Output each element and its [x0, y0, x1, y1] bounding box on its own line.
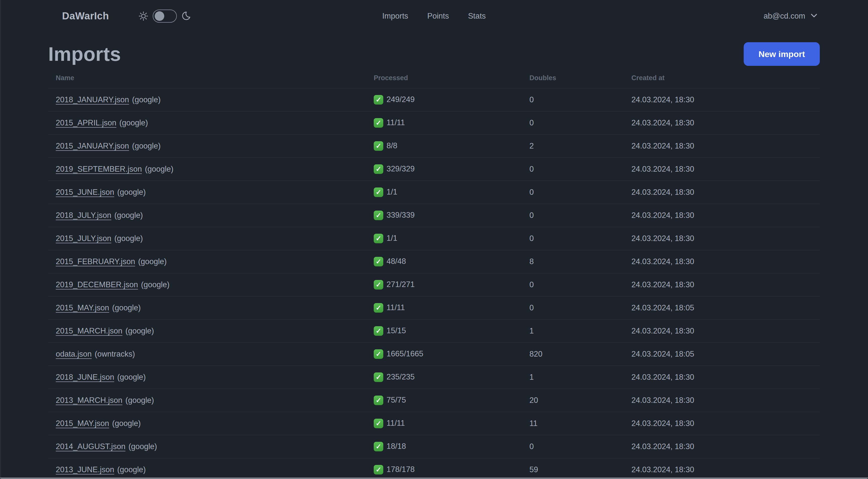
cell-processed: 11/11 [366, 412, 522, 435]
nav-link-imports[interactable]: Imports [382, 11, 408, 21]
cell-processed: 18/18 [366, 435, 522, 458]
table-row: 2014_AUGUST.json(google) 18/18 0 24.03.2… [48, 435, 820, 458]
import-file-link[interactable]: 2015_JULY.json [56, 234, 111, 243]
import-file-link[interactable]: 2015_MAY.json [56, 419, 109, 428]
check-icon [374, 465, 383, 475]
doubles-count: 1 [529, 326, 534, 335]
import-file-link[interactable]: 2015_FEBRUARY.json [56, 257, 135, 266]
check-icon [374, 349, 383, 359]
table-row: 2018_JULY.json(google) 339/339 0 24.03.2… [48, 204, 820, 227]
doubles-count: 0 [529, 303, 534, 312]
import-file-link[interactable]: 2019_DECEMBER.json [56, 280, 138, 289]
cell-doubles: 20 [522, 389, 624, 412]
theme-toggle-group [138, 9, 191, 23]
cell-name: 2015_APRIL.json(google) [48, 111, 366, 134]
cell-processed: 8/8 [366, 134, 522, 157]
cell-created-at: 24.03.2024, 18:30 [624, 458, 820, 479]
column-header-name: Name [48, 67, 366, 88]
table-row: 2015_MAY.json(google) 11/11 11 24.03.202… [48, 412, 820, 435]
import-file-link[interactable]: 2014_AUGUST.json [56, 442, 125, 451]
cell-created-at: 24.03.2024, 18:30 [624, 227, 820, 250]
user-menu[interactable]: ab@cd.com [764, 11, 818, 21]
import-file-link[interactable]: 2013_JUNE.json [56, 465, 114, 474]
check-icon [374, 372, 383, 382]
table-row: 2018_JUNE.json(google) 235/235 1 24.03.2… [48, 366, 820, 389]
cell-doubles: 820 [522, 342, 624, 366]
table-header-row: Name Processed Doubles Created at [48, 67, 820, 88]
processed-count: 178/178 [386, 465, 415, 474]
cell-processed: 178/178 [366, 458, 522, 479]
import-source: (google) [138, 257, 167, 266]
import-source: (google) [114, 234, 143, 243]
check-icon [374, 141, 383, 151]
window-bottom-edge [0, 478, 868, 479]
import-source: (google) [141, 280, 169, 289]
processed-count: 11/11 [386, 118, 405, 127]
cell-name: 2018_JULY.json(google) [48, 204, 366, 227]
processed-count: 271/271 [386, 280, 415, 289]
nav-link-points[interactable]: Points [427, 11, 449, 21]
import-file-link[interactable]: 2015_JANUARY.json [56, 142, 129, 150]
processed-count: 8/8 [386, 141, 397, 150]
import-file-link[interactable]: 2018_JUNE.json [56, 373, 114, 382]
import-file-link[interactable]: 2015_MAY.json [56, 303, 109, 312]
navbar: DaWarIch Imports Points [0, 0, 868, 32]
import-file-link[interactable]: 2018_JULY.json [56, 211, 111, 220]
page-title: Imports [48, 43, 121, 66]
page-header: Imports New import [48, 41, 820, 67]
cell-name: odata.json(owntracks) [48, 342, 366, 366]
nav-link-stats[interactable]: Stats [468, 11, 486, 21]
cell-created-at: 24.03.2024, 18:30 [624, 157, 820, 181]
processed-count: 75/75 [386, 395, 406, 405]
created-at-value: 24.03.2024, 18:05 [631, 303, 694, 312]
app-logo[interactable]: DaWarIch [62, 10, 109, 22]
sun-icon [138, 11, 149, 21]
import-source: (google) [125, 326, 154, 335]
check-icon [374, 234, 383, 243]
cell-name: 2018_JANUARY.json(google) [48, 88, 366, 111]
check-icon [374, 442, 383, 451]
import-source: (google) [117, 465, 146, 474]
import-source: (google) [112, 419, 141, 428]
cell-created-at: 24.03.2024, 18:30 [624, 111, 820, 134]
table-row: 2015_JULY.json(google) 1/1 0 24.03.2024,… [48, 227, 820, 250]
import-file-link[interactable]: 2015_APRIL.json [56, 118, 116, 127]
cell-created-at: 24.03.2024, 18:05 [624, 342, 820, 366]
processed-count: 11/11 [386, 419, 405, 427]
processed-count: 249/249 [386, 95, 415, 104]
new-import-button[interactable]: New import [744, 42, 820, 66]
doubles-count: 0 [529, 118, 534, 127]
window-left-edge [0, 0, 1, 479]
doubles-count: 2 [529, 142, 534, 150]
processed-count: 15/15 [386, 326, 406, 335]
created-at-value: 24.03.2024, 18:30 [631, 396, 694, 405]
import-file-link[interactable]: 2019_SEPTEMBER.json [56, 164, 142, 173]
created-at-value: 24.03.2024, 18:05 [631, 350, 694, 358]
check-icon [374, 95, 383, 104]
table-row: 2015_JANUARY.json(google) 8/8 2 24.03.20… [48, 134, 820, 157]
check-icon [374, 211, 383, 220]
cell-processed: 1665/1665 [366, 342, 522, 366]
theme-toggle[interactable] [153, 9, 177, 23]
created-at-value: 24.03.2024, 18:30 [631, 280, 694, 289]
doubles-count: 0 [529, 280, 534, 289]
doubles-count: 0 [529, 442, 534, 451]
doubles-count: 59 [529, 465, 538, 474]
cell-doubles: 0 [522, 273, 624, 296]
processed-count: 18/18 [386, 442, 406, 451]
imports-table: Name Processed Doubles Created at 2018_J… [48, 67, 820, 479]
table-row: 2013_JUNE.json(google) 178/178 59 24.03.… [48, 458, 820, 479]
import-file-link[interactable]: 2015_MARCH.json [56, 326, 122, 335]
table-row: 2018_JANUARY.json(google) 249/249 0 24.0… [48, 88, 820, 111]
import-source: (google) [132, 95, 161, 104]
import-file-link[interactable]: 2013_MARCH.json [56, 396, 122, 405]
table-row: 2019_SEPTEMBER.json(google) 329/329 0 24… [48, 157, 820, 181]
import-file-link[interactable]: 2018_JANUARY.json [56, 95, 129, 104]
cell-doubles: 0 [522, 296, 624, 320]
created-at-value: 24.03.2024, 18:30 [631, 95, 694, 104]
cell-doubles: 1 [522, 366, 624, 389]
import-file-link[interactable]: odata.json [56, 350, 92, 358]
cell-doubles: 0 [522, 111, 624, 134]
created-at-value: 24.03.2024, 18:30 [631, 257, 694, 266]
import-file-link[interactable]: 2015_JUNE.json [56, 188, 114, 197]
